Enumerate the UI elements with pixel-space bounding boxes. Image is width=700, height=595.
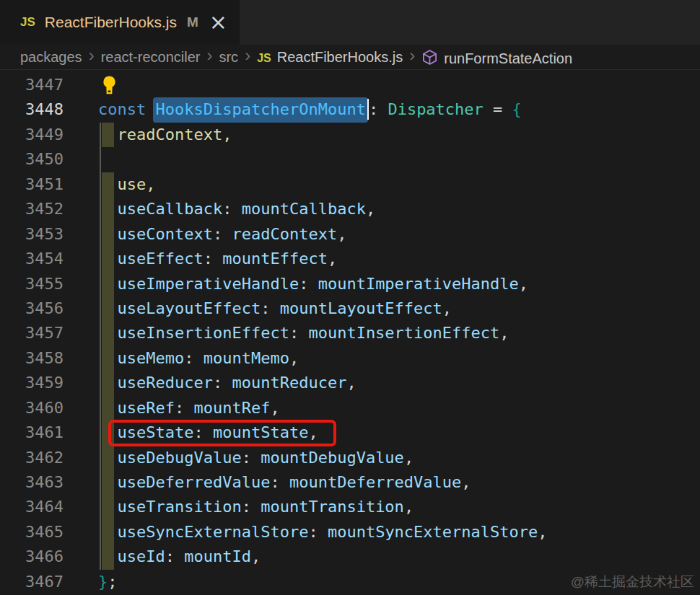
code-text: useSyncExternalStore: mountSyncExternalS… bbox=[98, 520, 548, 545]
breadcrumb-item-packages[interactable]: packages bbox=[20, 49, 82, 66]
code-line-3451[interactable]: 3451 use, bbox=[0, 172, 700, 197]
code-token: mountSyncExternalStore bbox=[328, 523, 538, 541]
code-token: : bbox=[222, 200, 242, 218]
vscode-editor-window: JS ReactFiberHooks.js M × packages›react… bbox=[0, 0, 700, 595]
code-token: useImperativeHandle bbox=[98, 275, 299, 293]
code-line-3464[interactable]: 3464 useTransition: mountTransition, bbox=[0, 495, 700, 519]
code-line-3448[interactable]: 3448const HooksDispatcherOnMount: Dispat… bbox=[0, 97, 700, 122]
code-line-3463[interactable]: 3463 useDeferredValue: mountDeferredValu… bbox=[0, 470, 700, 495]
breadcrumb-item-src[interactable]: src bbox=[219, 49, 238, 66]
code-token: , bbox=[346, 374, 356, 392]
tab-reactfiberhooks[interactable]: JS ReactFiberHooks.js M × bbox=[0, 0, 240, 45]
symbol-cube-icon bbox=[421, 49, 438, 69]
line-number: 3453 bbox=[0, 222, 64, 247]
code-token: useTransition bbox=[98, 498, 242, 516]
code-token: } bbox=[98, 573, 108, 591]
code-token: useSyncExternalStore bbox=[98, 523, 308, 541]
code-token: readContext bbox=[232, 225, 337, 243]
line-number: 3455 bbox=[0, 272, 64, 296]
code-token: useCallback bbox=[98, 200, 222, 218]
code-token: : bbox=[213, 225, 232, 243]
code-token: : bbox=[175, 399, 194, 417]
code-token: mountId bbox=[184, 547, 251, 565]
breadcrumb-label: runFormStateAction bbox=[444, 50, 572, 66]
annotation-red-box bbox=[108, 420, 336, 446]
breadcrumb-item-runformstateaction[interactable]: runFormStateAction bbox=[421, 47, 572, 67]
code-line-3454[interactable]: 3454 useEffect: mountEffect, bbox=[0, 247, 700, 271]
line-number: 3467 bbox=[0, 570, 64, 594]
code-line-3461[interactable]: 3461 useState: mountState, bbox=[0, 420, 700, 445]
line-number: 3463 bbox=[0, 470, 64, 495]
code-token: useContext bbox=[98, 225, 213, 243]
code-lines: 34473448const HooksDispatcherOnMount: Di… bbox=[0, 73, 700, 594]
code-token: , bbox=[251, 547, 261, 565]
code-line-3457[interactable]: 3457 useInsertionEffect: mountInsertionE… bbox=[0, 321, 700, 345]
code-token: useMemo bbox=[98, 349, 184, 367]
quick-fix-lightbulb-icon[interactable] bbox=[100, 75, 118, 95]
code-token: , bbox=[337, 225, 346, 243]
breadcrumb-item-reactfiberhooks-js[interactable]: JSReactFiberHooks.js bbox=[257, 49, 403, 66]
chevron-right-icon: › bbox=[206, 48, 212, 63]
breadcrumb-label: ReactFiberHooks.js bbox=[277, 49, 403, 65]
code-token: mountImperativeHandle bbox=[318, 275, 519, 293]
close-icon[interactable]: × bbox=[209, 13, 227, 32]
code-text: useId: mountId, bbox=[98, 545, 261, 569]
code-token: useEffect bbox=[98, 250, 204, 268]
chevron-right-icon: › bbox=[409, 48, 415, 63]
line-number: 3447 bbox=[0, 73, 64, 97]
code-token: : bbox=[308, 523, 328, 541]
line-number: 3449 bbox=[0, 123, 64, 147]
javascript-file-icon: JS bbox=[257, 52, 271, 64]
code-line-3460[interactable]: 3460 useRef: mountRef, bbox=[0, 396, 700, 420]
code-line-3447[interactable]: 3447 bbox=[0, 73, 700, 97]
code-line-3458[interactable]: 3458 useMemo: mountMemo, bbox=[0, 346, 700, 371]
breadcrumb-label: packages bbox=[20, 49, 82, 65]
modified-badge: M bbox=[187, 14, 198, 30]
line-number: 3458 bbox=[0, 346, 64, 371]
code-token: : bbox=[204, 250, 223, 268]
code-token: : bbox=[213, 374, 232, 392]
line-number: 3459 bbox=[0, 371, 64, 395]
code-token: mountDeferredValue bbox=[289, 473, 461, 491]
code-text: useCallback: mountCallback, bbox=[98, 197, 375, 221]
code-token: const bbox=[98, 100, 155, 118]
code-line-3466[interactable]: 3466 useId: mountId, bbox=[0, 545, 700, 569]
javascript-file-icon: JS bbox=[20, 15, 35, 30]
code-editor[interactable]: 34473448const HooksDispatcherOnMount: Di… bbox=[0, 70, 700, 595]
code-line-3452[interactable]: 3452 useCallback: mountCallback, bbox=[0, 197, 700, 221]
code-text: use, bbox=[98, 172, 155, 197]
code-token: mountCallback bbox=[242, 200, 366, 218]
code-line-3455[interactable]: 3455 useImperativeHandle: mountImperativ… bbox=[0, 272, 700, 296]
code-text: useReducer: mountReducer, bbox=[98, 371, 356, 395]
code-text: useMemo: mountMemo, bbox=[98, 346, 299, 371]
code-token: mountEffect bbox=[222, 250, 328, 268]
line-number: 3451 bbox=[0, 172, 64, 197]
code-line-3449[interactable]: 3449 readContext, bbox=[0, 123, 700, 147]
code-token: ; bbox=[108, 573, 117, 591]
code-line-3462[interactable]: 3462 useDebugValue: mountDebugValue, bbox=[0, 446, 700, 470]
code-token: mountTransition bbox=[261, 498, 404, 516]
code-text: const HooksDispatcherOnMount: Dispatcher… bbox=[98, 97, 522, 122]
breadcrumb: packages›react-reconciler›src›JSReactFib… bbox=[0, 45, 700, 70]
breadcrumb-item-react-reconciler[interactable]: react-reconciler bbox=[101, 49, 201, 66]
code-token: Dispatcher bbox=[388, 100, 483, 118]
code-token: , bbox=[461, 473, 471, 491]
code-line-3450[interactable]: 3450 bbox=[0, 147, 700, 172]
code-text: useInsertionEffect: mountInsertionEffect… bbox=[98, 321, 509, 345]
code-token: : bbox=[289, 324, 309, 342]
code-token: , bbox=[404, 498, 414, 516]
code-token: , bbox=[538, 523, 547, 541]
code-line-3453[interactable]: 3453 useContext: readContext, bbox=[0, 222, 700, 247]
tab-title: ReactFiberHooks.js bbox=[45, 14, 177, 31]
code-token: mountLayoutEffect bbox=[280, 299, 442, 317]
code-text: useContext: readContext, bbox=[98, 222, 346, 247]
line-number: 3450 bbox=[0, 147, 64, 172]
line-number: 3460 bbox=[0, 396, 64, 420]
code-token: , bbox=[289, 349, 299, 367]
code-token: , bbox=[442, 299, 452, 317]
code-line-3465[interactable]: 3465 useSyncExternalStore: mountSyncExte… bbox=[0, 520, 700, 545]
code-line-3456[interactable]: 3456 useLayoutEffect: mountLayoutEffect, bbox=[0, 296, 700, 321]
code-line-3459[interactable]: 3459 useReducer: mountReducer, bbox=[0, 371, 700, 395]
code-text: useLayoutEffect: mountLayoutEffect, bbox=[98, 296, 452, 321]
line-number: 3465 bbox=[0, 520, 64, 545]
